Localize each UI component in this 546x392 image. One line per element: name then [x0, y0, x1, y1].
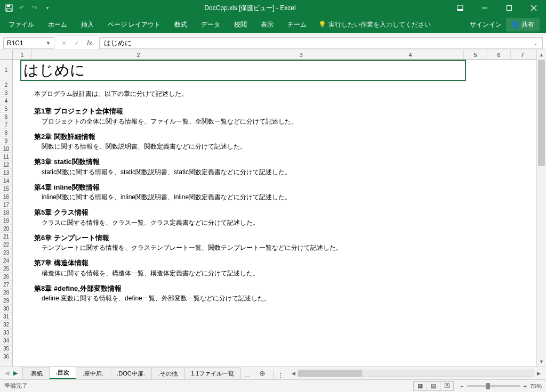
col-header[interactable]: 1 — [13, 50, 32, 59]
cancel-formula-icon[interactable]: ✕ — [60, 39, 68, 47]
scroll-thumb[interactable] — [538, 60, 545, 166]
formula-input[interactable]: はじめに ⌄ — [99, 37, 543, 49]
row-header[interactable]: 32 — [0, 321, 12, 329]
zoom-out-button[interactable]: − — [460, 383, 463, 389]
col-header[interactable]: 6 — [487, 50, 511, 59]
sheet-tabs-more[interactable]: ... — [240, 370, 254, 379]
select-all-corner[interactable] — [0, 50, 13, 60]
ribbon-tab-0[interactable]: ファイル — [2, 17, 41, 32]
ribbon-tab-5[interactable]: データ — [195, 17, 227, 32]
row-header[interactable]: 24 — [0, 257, 12, 265]
cells-grid[interactable]: はじめに 本プログラム設計書は、以下の章に分けて記述した。 第1章 プロジェクト… — [13, 60, 536, 366]
tab-nav-first-icon[interactable]: ◀ — [3, 370, 11, 377]
row-header[interactable]: 30 — [0, 305, 12, 313]
sheet-tab[interactable]: .表紙 — [22, 368, 50, 379]
tell-me[interactable]: 💡実行したい作業を入力してください — [318, 20, 431, 29]
row-header[interactable]: 23 — [0, 249, 12, 257]
minimize-button[interactable] — [472, 0, 497, 16]
row-header[interactable]: 28 — [0, 289, 12, 297]
qat-dropdown-icon[interactable]: ▼ — [43, 3, 52, 13]
column-headers[interactable]: 1234567 — [13, 50, 536, 60]
view-page-layout-icon[interactable]: ▤ — [427, 381, 440, 391]
chevron-down-icon[interactable]: ▼ — [46, 40, 51, 46]
row-header[interactable]: 17 — [0, 201, 12, 209]
row-header[interactable]: 36 — [0, 353, 12, 361]
row-header[interactable]: 4 — [0, 97, 12, 105]
row-header[interactable]: 2 — [0, 81, 12, 89]
row-header[interactable]: 31 — [0, 313, 12, 321]
close-button[interactable] — [521, 0, 546, 16]
zoom-slider[interactable] — [467, 385, 520, 387]
row-header[interactable]: 35 — [0, 345, 12, 353]
row-header[interactable]: 11 — [0, 153, 12, 161]
col-header[interactable]: 4 — [357, 50, 464, 59]
scroll-right-icon[interactable]: ▶ — [534, 371, 543, 376]
col-header[interactable]: 5 — [464, 50, 487, 59]
ribbon-tab-3[interactable]: ページ レイアウト — [101, 17, 167, 32]
row-header[interactable]: 29 — [0, 297, 12, 305]
zoom-in-button[interactable]: + — [524, 383, 527, 389]
expand-formula-icon[interactable]: ⌄ — [534, 40, 538, 46]
row-header[interactable]: 6 — [0, 113, 12, 121]
ribbon-tab-1[interactable]: ホーム — [42, 17, 74, 32]
fx-icon[interactable]: fx — [85, 39, 94, 47]
col-header[interactable]: 2 — [32, 50, 245, 59]
scroll-up-icon[interactable]: ▲ — [537, 50, 546, 60]
scroll-left-icon[interactable]: ◀ — [289, 371, 298, 376]
ribbon-tab-6[interactable]: 校閲 — [228, 17, 253, 32]
zoom-knob[interactable] — [486, 383, 490, 389]
row-headers[interactable]: 1234567891011121314151617181920212223242… — [0, 60, 13, 366]
view-normal-icon[interactable]: ▦ — [413, 381, 427, 391]
row-header[interactable]: 13 — [0, 169, 12, 177]
row-header[interactable]: 21 — [0, 233, 12, 241]
row-header[interactable]: 1 — [0, 60, 12, 81]
zoom-level[interactable]: 75% — [530, 383, 542, 389]
sheet-tab[interactable]: 1.1ファイル一覧 — [184, 368, 241, 379]
maximize-button[interactable] — [497, 0, 521, 16]
row-header[interactable]: 14 — [0, 177, 12, 185]
vertical-scrollbar[interactable]: ▲ ▼ — [536, 50, 546, 366]
enter-formula-icon[interactable]: ✓ — [73, 39, 81, 47]
row-header[interactable]: 27 — [0, 281, 12, 289]
ribbon-tab-4[interactable]: 数式 — [168, 17, 194, 32]
horizontal-scrollbar[interactable]: ◀ ▶ — [289, 370, 543, 377]
sheet-tab[interactable]: .その他 — [151, 368, 184, 379]
row-header[interactable]: 19 — [0, 217, 12, 225]
col-header[interactable]: 3 — [245, 50, 357, 59]
scroll-down-icon[interactable]: ▼ — [537, 357, 546, 366]
row-header[interactable]: 8 — [0, 129, 12, 137]
row-header[interactable]: 25 — [0, 265, 12, 273]
row-header[interactable]: 22 — [0, 241, 12, 249]
save-icon[interactable] — [4, 3, 14, 13]
hscroll-track[interactable] — [298, 370, 534, 377]
sheet-tab[interactable]: .目次 — [49, 366, 76, 379]
row-header[interactable]: 12 — [0, 161, 12, 169]
col-header[interactable]: 7 — [511, 50, 534, 59]
row-header[interactable]: 15 — [0, 185, 12, 193]
row-header[interactable]: 33 — [0, 329, 12, 337]
row-header[interactable]: 7 — [0, 121, 12, 129]
ribbon-tab-7[interactable]: 表示 — [254, 17, 280, 32]
undo-icon[interactable]: ↶ — [17, 3, 27, 13]
redo-icon[interactable]: ↷ — [30, 3, 39, 13]
row-header[interactable]: 10 — [0, 145, 12, 153]
tab-divider-handle[interactable]: ⋮ — [276, 372, 286, 379]
add-sheet-button[interactable]: ⊕ — [254, 368, 271, 379]
ribbon-tab-2[interactable]: 挿入 — [75, 17, 100, 32]
title-cell[interactable]: はじめに — [20, 60, 466, 81]
ribbon-options-icon[interactable] — [448, 0, 472, 16]
row-header[interactable]: 9 — [0, 137, 12, 145]
sheet-tab[interactable]: .章中扉. — [76, 368, 110, 379]
row-header[interactable]: 16 — [0, 193, 12, 201]
ribbon-tab-8[interactable]: チーム — [281, 17, 313, 32]
row-header[interactable]: 5 — [0, 105, 12, 113]
row-header[interactable]: 20 — [0, 225, 12, 233]
row-header[interactable]: 34 — [0, 337, 12, 345]
hscroll-thumb[interactable] — [298, 370, 362, 377]
share-button[interactable]: 👤共有 — [506, 18, 540, 31]
row-header[interactable]: 3 — [0, 89, 12, 97]
scroll-track[interactable] — [538, 60, 545, 357]
tab-nav-next-icon[interactable]: ▶ — [12, 370, 19, 377]
row-header[interactable]: 18 — [0, 209, 12, 217]
signin-link[interactable]: サインイン — [470, 20, 502, 29]
